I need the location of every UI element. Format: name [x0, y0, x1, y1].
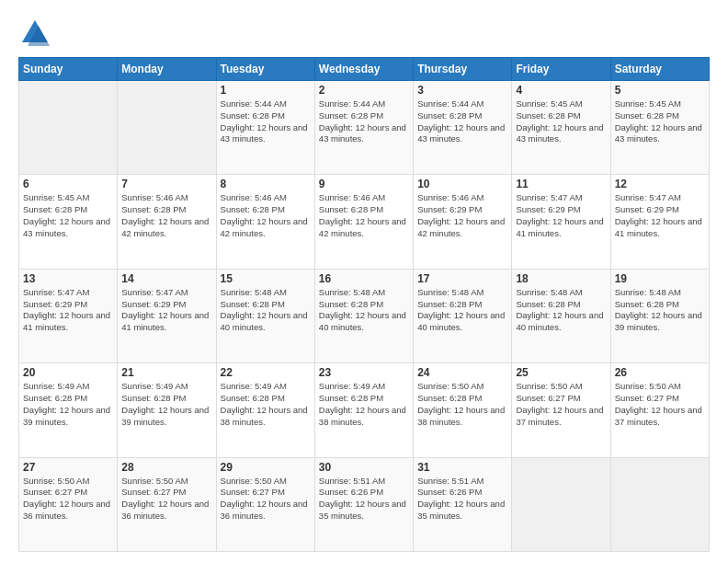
day-number: 18	[516, 272, 606, 285]
calendar-cell: 10Sunrise: 5:46 AMSunset: 6:29 PMDayligh…	[414, 175, 512, 269]
day-number: 3	[417, 84, 507, 97]
calendar-cell: 30Sunrise: 5:51 AMSunset: 6:26 PMDayligh…	[314, 457, 413, 551]
cell-info: Sunrise: 5:45 AMSunset: 6:28 PMDaylight:…	[23, 192, 113, 239]
calendar-cell: 7Sunrise: 5:46 AMSunset: 6:28 PMDaylight…	[118, 175, 216, 269]
calendar-cell: 3Sunrise: 5:44 AMSunset: 6:28 PMDaylight…	[414, 81, 512, 175]
logo	[18, 17, 55, 50]
calendar-cell: 18Sunrise: 5:48 AMSunset: 6:28 PMDayligh…	[512, 269, 610, 362]
day-number: 7	[121, 178, 211, 190]
day-number: 6	[23, 178, 113, 190]
calendar-cell: 11Sunrise: 5:47 AMSunset: 6:29 PMDayligh…	[512, 175, 610, 269]
day-number: 14	[121, 272, 211, 285]
day-number: 10	[417, 178, 507, 190]
day-number: 12	[615, 178, 705, 190]
day-number: 31	[417, 461, 507, 474]
day-number: 9	[319, 178, 409, 190]
calendar-header-sunday: Sunday	[19, 58, 118, 81]
day-number: 28	[121, 461, 211, 474]
calendar-cell	[118, 81, 216, 175]
cell-info: Sunrise: 5:47 AMSunset: 6:29 PMDaylight:…	[615, 192, 705, 239]
calendar-header-friday: Friday	[512, 58, 610, 81]
cell-info: Sunrise: 5:49 AMSunset: 6:28 PMDaylight:…	[319, 381, 409, 428]
cell-info: Sunrise: 5:47 AMSunset: 6:29 PMDaylight:…	[516, 192, 606, 239]
day-number: 2	[319, 84, 409, 97]
day-number: 16	[319, 272, 409, 285]
day-number: 29	[221, 461, 311, 474]
calendar-cell: 9Sunrise: 5:46 AMSunset: 6:28 PMDaylight…	[314, 175, 413, 269]
day-number: 22	[221, 366, 311, 379]
calendar-cell: 12Sunrise: 5:47 AMSunset: 6:29 PMDayligh…	[610, 175, 709, 269]
cell-info: Sunrise: 5:47 AMSunset: 6:29 PMDaylight:…	[23, 287, 113, 334]
calendar-cell: 4Sunrise: 5:45 AMSunset: 6:28 PMDaylight…	[512, 81, 610, 175]
cell-info: Sunrise: 5:50 AMSunset: 6:27 PMDaylight:…	[221, 476, 311, 523]
calendar-header-thursday: Thursday	[414, 58, 512, 81]
cell-info: Sunrise: 5:50 AMSunset: 6:27 PMDaylight:…	[23, 476, 113, 523]
cell-info: Sunrise: 5:47 AMSunset: 6:29 PMDaylight:…	[121, 287, 211, 334]
calendar-cell: 23Sunrise: 5:49 AMSunset: 6:28 PMDayligh…	[314, 363, 413, 457]
calendar-cell: 5Sunrise: 5:45 AMSunset: 6:28 PMDaylight…	[610, 81, 709, 175]
logo-icon	[18, 17, 51, 50]
cell-info: Sunrise: 5:51 AMSunset: 6:26 PMDaylight:…	[319, 476, 409, 523]
cell-info: Sunrise: 5:48 AMSunset: 6:28 PMDaylight:…	[615, 287, 705, 334]
calendar-week-4: 20Sunrise: 5:49 AMSunset: 6:28 PMDayligh…	[19, 363, 710, 457]
calendar-week-1: 1Sunrise: 5:44 AMSunset: 6:28 PMDaylight…	[19, 81, 710, 175]
cell-info: Sunrise: 5:50 AMSunset: 6:27 PMDaylight:…	[615, 381, 705, 428]
calendar-cell: 25Sunrise: 5:50 AMSunset: 6:27 PMDayligh…	[512, 363, 610, 457]
cell-info: Sunrise: 5:49 AMSunset: 6:28 PMDaylight:…	[221, 381, 311, 428]
day-number: 8	[221, 178, 311, 190]
cell-info: Sunrise: 5:48 AMSunset: 6:28 PMDaylight:…	[417, 287, 507, 334]
day-number: 17	[417, 272, 507, 285]
day-number: 23	[319, 366, 409, 379]
day-number: 20	[23, 366, 113, 379]
calendar-cell	[512, 457, 610, 551]
cell-info: Sunrise: 5:44 AMSunset: 6:28 PMDaylight:…	[221, 98, 311, 145]
day-number: 4	[516, 84, 606, 97]
calendar-cell: 21Sunrise: 5:49 AMSunset: 6:28 PMDayligh…	[118, 363, 216, 457]
cell-info: Sunrise: 5:49 AMSunset: 6:28 PMDaylight:…	[121, 381, 211, 428]
page: SundayMondayTuesdayWednesdayThursdayFrid…	[0, 0, 728, 563]
calendar-cell: 8Sunrise: 5:46 AMSunset: 6:28 PMDaylight…	[216, 175, 314, 269]
day-number: 5	[615, 84, 705, 97]
calendar-header-row: SundayMondayTuesdayWednesdayThursdayFrid…	[19, 58, 710, 81]
calendar-table: SundayMondayTuesdayWednesdayThursdayFrid…	[18, 57, 710, 552]
cell-info: Sunrise: 5:45 AMSunset: 6:28 PMDaylight:…	[615, 98, 705, 145]
day-number: 15	[221, 272, 311, 285]
calendar-cell: 27Sunrise: 5:50 AMSunset: 6:27 PMDayligh…	[19, 457, 118, 551]
cell-info: Sunrise: 5:50 AMSunset: 6:27 PMDaylight:…	[516, 381, 606, 428]
calendar-cell: 14Sunrise: 5:47 AMSunset: 6:29 PMDayligh…	[118, 269, 216, 362]
header	[18, 17, 710, 50]
calendar-cell: 20Sunrise: 5:49 AMSunset: 6:28 PMDayligh…	[19, 363, 118, 457]
calendar-cell: 16Sunrise: 5:48 AMSunset: 6:28 PMDayligh…	[314, 269, 413, 362]
day-number: 30	[319, 461, 409, 474]
calendar-cell: 6Sunrise: 5:45 AMSunset: 6:28 PMDaylight…	[19, 175, 118, 269]
calendar-cell: 31Sunrise: 5:51 AMSunset: 6:26 PMDayligh…	[414, 457, 512, 551]
calendar-cell: 15Sunrise: 5:48 AMSunset: 6:28 PMDayligh…	[216, 269, 314, 362]
day-number: 1	[221, 84, 311, 97]
cell-info: Sunrise: 5:48 AMSunset: 6:28 PMDaylight:…	[221, 287, 311, 334]
day-number: 21	[121, 366, 211, 379]
day-number: 13	[23, 272, 113, 285]
calendar-cell: 1Sunrise: 5:44 AMSunset: 6:28 PMDaylight…	[216, 81, 314, 175]
calendar-week-5: 27Sunrise: 5:50 AMSunset: 6:27 PMDayligh…	[19, 457, 710, 551]
cell-info: Sunrise: 5:46 AMSunset: 6:28 PMDaylight:…	[121, 192, 211, 239]
cell-info: Sunrise: 5:48 AMSunset: 6:28 PMDaylight:…	[319, 287, 409, 334]
cell-info: Sunrise: 5:46 AMSunset: 6:29 PMDaylight:…	[417, 192, 507, 239]
calendar-header-wednesday: Wednesday	[314, 58, 413, 81]
cell-info: Sunrise: 5:46 AMSunset: 6:28 PMDaylight:…	[221, 192, 311, 239]
calendar-cell: 2Sunrise: 5:44 AMSunset: 6:28 PMDaylight…	[314, 81, 413, 175]
cell-info: Sunrise: 5:50 AMSunset: 6:27 PMDaylight:…	[121, 476, 211, 523]
cell-info: Sunrise: 5:44 AMSunset: 6:28 PMDaylight:…	[417, 98, 507, 145]
day-number: 19	[615, 272, 705, 285]
calendar-cell: 13Sunrise: 5:47 AMSunset: 6:29 PMDayligh…	[19, 269, 118, 362]
cell-info: Sunrise: 5:49 AMSunset: 6:28 PMDaylight:…	[23, 381, 113, 428]
calendar-cell: 26Sunrise: 5:50 AMSunset: 6:27 PMDayligh…	[610, 363, 709, 457]
day-number: 26	[615, 366, 705, 379]
cell-info: Sunrise: 5:46 AMSunset: 6:28 PMDaylight:…	[319, 192, 409, 239]
calendar-cell: 24Sunrise: 5:50 AMSunset: 6:28 PMDayligh…	[414, 363, 512, 457]
day-number: 24	[417, 366, 507, 379]
cell-info: Sunrise: 5:50 AMSunset: 6:28 PMDaylight:…	[417, 381, 507, 428]
calendar-cell: 19Sunrise: 5:48 AMSunset: 6:28 PMDayligh…	[610, 269, 709, 362]
calendar-cell: 17Sunrise: 5:48 AMSunset: 6:28 PMDayligh…	[414, 269, 512, 362]
cell-info: Sunrise: 5:44 AMSunset: 6:28 PMDaylight:…	[319, 98, 409, 145]
calendar-week-3: 13Sunrise: 5:47 AMSunset: 6:29 PMDayligh…	[19, 269, 710, 362]
